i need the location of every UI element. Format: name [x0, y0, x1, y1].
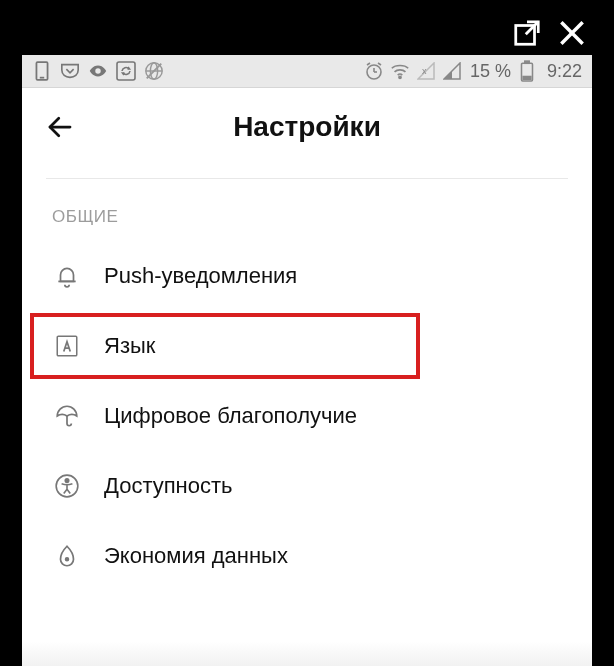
pocket-icon	[60, 61, 80, 81]
svg-rect-6	[117, 62, 135, 80]
eye-icon	[88, 61, 108, 81]
battery-percent: 15 %	[470, 61, 511, 82]
app-header: Настройки	[22, 88, 592, 166]
settings-item-wellbeing[interactable]: Цифровое благополучие	[34, 381, 580, 451]
signal-1-icon: x	[416, 61, 436, 81]
status-left	[32, 61, 164, 81]
settings-item-label: Доступность	[104, 473, 233, 499]
sync-icon	[116, 61, 136, 81]
status-clock: 9:22	[547, 61, 582, 82]
alarm-icon	[364, 61, 384, 81]
svg-line-14	[367, 63, 370, 65]
battery-icon	[517, 61, 537, 81]
open-external-icon[interactable]	[512, 18, 542, 48]
device-icon	[32, 61, 52, 81]
frame-top-bar	[22, 10, 592, 55]
settings-item-datasaver[interactable]: Экономия данных	[34, 521, 580, 591]
language-icon	[52, 331, 82, 361]
svg-rect-22	[525, 61, 529, 63]
accessibility-icon	[52, 471, 82, 501]
svg-line-15	[378, 63, 381, 65]
phone-screen: x 15 % 9:22	[22, 55, 592, 666]
settings-item-label: Цифровое благополучие	[104, 403, 357, 429]
status-right: x 15 % 9:22	[364, 61, 582, 82]
status-bar: x 15 % 9:22	[22, 55, 592, 88]
svg-line-1	[526, 21, 539, 34]
svg-point-28	[65, 479, 68, 482]
no-network-icon	[144, 61, 164, 81]
wifi-icon	[390, 61, 410, 81]
close-icon[interactable]	[556, 17, 588, 49]
section-label: ОБЩИЕ	[22, 197, 592, 241]
svg-point-16	[399, 76, 401, 78]
device-frame: x 15 % 9:22	[0, 0, 614, 666]
data-saver-icon	[52, 541, 82, 571]
page-title: Настройки	[22, 111, 592, 143]
svg-point-29	[66, 558, 69, 561]
back-button[interactable]	[40, 107, 80, 147]
settings-item-label: Язык	[104, 333, 155, 359]
settings-item-push[interactable]: Push-уведомления	[34, 241, 580, 311]
settings-item-language[interactable]: Язык	[34, 311, 580, 381]
svg-rect-23	[523, 77, 531, 80]
bottom-glow	[22, 641, 592, 666]
umbrella-icon	[52, 401, 82, 431]
settings-item-accessibility[interactable]: Доступность	[34, 451, 580, 521]
svg-text:x: x	[422, 66, 427, 76]
highlight-box	[30, 313, 420, 379]
divider	[46, 178, 568, 179]
signal-2-icon	[442, 61, 462, 81]
bell-icon	[52, 261, 82, 291]
settings-item-label: Экономия данных	[104, 543, 288, 569]
settings-item-label: Push-уведомления	[104, 263, 297, 289]
settings-list: Push-уведомления Язык	[22, 241, 592, 591]
